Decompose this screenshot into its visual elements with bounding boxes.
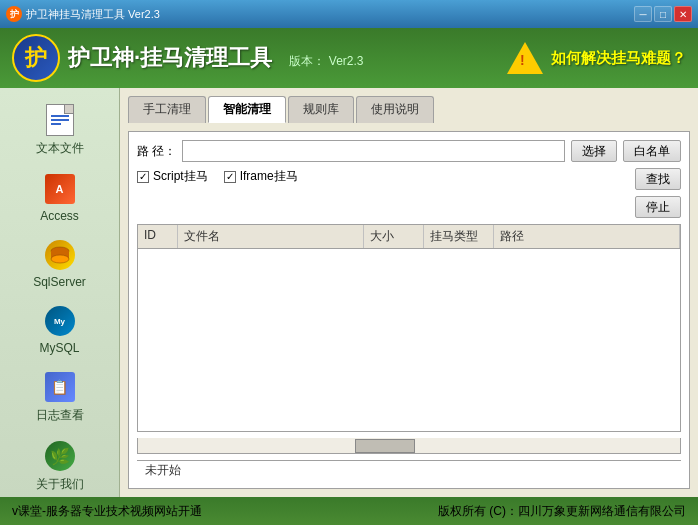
sidebar-item-textfile[interactable]: 文本文件 bbox=[0, 96, 119, 165]
sidebar-item-sqlserver-label: SqlServer bbox=[33, 275, 86, 289]
sqlserver-icon bbox=[44, 239, 76, 271]
table-section: ID 文件名 大小 挂马类型 路径 bbox=[137, 224, 681, 432]
sidebar-item-textfile-label: 文本文件 bbox=[36, 140, 84, 157]
titlebar-left: 护 护卫神挂马清理工具 Ver2.3 bbox=[6, 6, 160, 22]
log-icon: 📋 bbox=[44, 371, 76, 403]
iframe-checkbox[interactable]: ✓ bbox=[224, 171, 236, 183]
tab-help[interactable]: 使用说明 bbox=[356, 96, 434, 123]
header-right: 如何解决挂马难题？ bbox=[507, 42, 686, 74]
sidebar-item-sqlserver[interactable]: SqlServer bbox=[0, 231, 119, 297]
stop-button[interactable]: 停止 bbox=[635, 196, 681, 218]
checkbox-row: ✓ Script挂马 ✓ Iframe挂马 bbox=[137, 168, 629, 185]
col-id: ID bbox=[138, 225, 178, 248]
table-container: ID 文件名 大小 挂马类型 路径 bbox=[137, 224, 681, 432]
textfile-icon bbox=[44, 104, 76, 136]
svg-point-2 bbox=[51, 255, 69, 263]
col-filename: 文件名 bbox=[178, 225, 364, 248]
app-logo: 护 bbox=[6, 6, 22, 22]
status-bar: 未开始 bbox=[137, 460, 681, 480]
sidebar-item-mysql[interactable]: My MySQL bbox=[0, 297, 119, 363]
col-type: 挂马类型 bbox=[424, 225, 494, 248]
iframe-checkbox-item[interactable]: ✓ Iframe挂马 bbox=[224, 168, 298, 185]
tab-smart[interactable]: 智能清理 bbox=[208, 96, 286, 123]
path-input[interactable] bbox=[182, 140, 565, 162]
close-button[interactable]: ✕ bbox=[674, 6, 692, 22]
script-checkbox-item[interactable]: ✓ Script挂马 bbox=[137, 168, 208, 185]
find-button[interactable]: 查找 bbox=[635, 168, 681, 190]
tab-rules[interactable]: 规则库 bbox=[288, 96, 354, 123]
titlebar-title: 护卫神挂马清理工具 Ver2.3 bbox=[26, 7, 160, 22]
sidebar: 文本文件 A Access SqlServer bbox=[0, 88, 120, 497]
col-path: 路径 bbox=[494, 225, 680, 248]
header-warning-text: 如何解决挂马难题？ bbox=[551, 49, 686, 68]
options-row: ✓ Script挂马 ✓ Iframe挂马 查找 停止 bbox=[137, 168, 681, 218]
table-area: ID 文件名 大小 挂马类型 路径 bbox=[137, 224, 681, 432]
side-buttons: 查找 停止 bbox=[635, 168, 681, 218]
table-body bbox=[138, 249, 680, 432]
path-row: 路 径： 选择 白名单 bbox=[137, 140, 681, 162]
main-container: 文本文件 A Access SqlServer bbox=[0, 88, 698, 497]
titlebar-controls: ─ □ ✕ bbox=[634, 6, 692, 22]
sidebar-item-log[interactable]: 📋 日志查看 bbox=[0, 363, 119, 432]
footer-right: 版权所有 (C)：四川万象更新网络通信有限公司 bbox=[438, 503, 686, 520]
sidebar-item-access-label: Access bbox=[40, 209, 79, 223]
minimize-button[interactable]: ─ bbox=[634, 6, 652, 22]
warning-icon bbox=[507, 42, 543, 74]
status-text: 未开始 bbox=[145, 462, 181, 479]
scrollbar-thumb[interactable] bbox=[355, 439, 415, 453]
iframe-label: Iframe挂马 bbox=[240, 168, 298, 185]
sidebar-item-about[interactable]: 🌿 关于我们 bbox=[0, 432, 119, 501]
table-header: ID 文件名 大小 挂马类型 路径 bbox=[138, 225, 680, 249]
col-size: 大小 bbox=[364, 225, 424, 248]
header-logo: 护 bbox=[12, 34, 60, 82]
tab-bar: 手工清理 智能清理 规则库 使用说明 bbox=[128, 96, 690, 123]
header-version-label: 版本： bbox=[289, 54, 325, 68]
tab-panel: 路 径： 选择 白名单 ✓ Script挂马 ✓ Iframe挂马 bbox=[128, 131, 690, 489]
select-button[interactable]: 选择 bbox=[571, 140, 617, 162]
mysql-icon: My bbox=[44, 305, 76, 337]
header-title-block: 护卫神·挂马清理工具 版本： Ver2.3 bbox=[68, 43, 364, 73]
script-label: Script挂马 bbox=[153, 168, 208, 185]
header-version-value: Ver2.3 bbox=[329, 54, 364, 68]
whitelist-button[interactable]: 白名单 bbox=[623, 140, 681, 162]
footer-left: v课堂-服务器专业技术视频网站开通 bbox=[12, 503, 202, 520]
sidebar-item-about-label: 关于我们 bbox=[36, 476, 84, 493]
titlebar: 护 护卫神挂马清理工具 Ver2.3 ─ □ ✕ bbox=[0, 0, 698, 28]
footer: v课堂-服务器专业技术视频网站开通 版权所有 (C)：四川万象更新网络通信有限公… bbox=[0, 497, 698, 525]
header-logo-text: 护 bbox=[25, 43, 47, 73]
horizontal-scrollbar[interactable] bbox=[137, 438, 681, 454]
script-checkbox[interactable]: ✓ bbox=[137, 171, 149, 183]
header: 护 护卫神·挂马清理工具 版本： Ver2.3 如何解决挂马难题？ bbox=[0, 28, 698, 88]
options-left: ✓ Script挂马 ✓ Iframe挂马 bbox=[137, 168, 629, 218]
header-title: 护卫神·挂马清理工具 bbox=[68, 45, 272, 70]
maximize-button[interactable]: □ bbox=[654, 6, 672, 22]
about-icon: 🌿 bbox=[44, 440, 76, 472]
path-label: 路 径： bbox=[137, 143, 176, 160]
content-area: 手工清理 智能清理 规则库 使用说明 路 径： 选择 白名单 ✓ Sc bbox=[120, 88, 698, 497]
sidebar-item-log-label: 日志查看 bbox=[36, 407, 84, 424]
sidebar-item-mysql-label: MySQL bbox=[39, 341, 79, 355]
tab-manual[interactable]: 手工清理 bbox=[128, 96, 206, 123]
access-icon: A bbox=[44, 173, 76, 205]
header-left: 护 护卫神·挂马清理工具 版本： Ver2.3 bbox=[12, 34, 364, 82]
sidebar-item-access[interactable]: A Access bbox=[0, 165, 119, 231]
